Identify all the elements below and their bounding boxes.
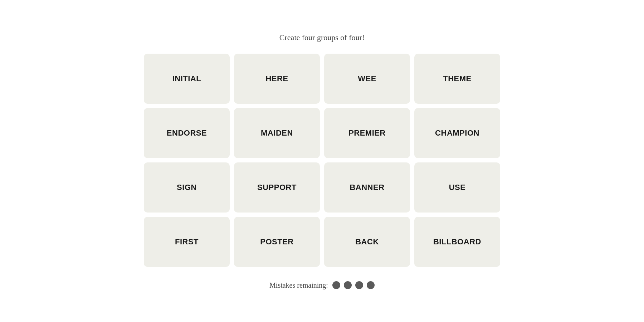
tile-banner[interactable]: BANNER — [324, 162, 410, 213]
tile-billboard[interactable]: BILLBOARD — [414, 217, 500, 267]
tile-first[interactable]: FIRST — [144, 217, 230, 267]
page-container: Create four groups of four! INITIALHEREW… — [125, 33, 519, 289]
tile-use[interactable]: USE — [414, 162, 500, 213]
tile-support-label: SUPPORT — [257, 183, 297, 192]
mistakes-row: Mistakes remaining: — [269, 281, 375, 289]
tile-theme[interactable]: THEME — [414, 54, 500, 104]
tile-here[interactable]: HERE — [234, 54, 320, 104]
mistake-dot-3 — [355, 281, 363, 289]
tile-maiden[interactable]: MAIDEN — [234, 108, 320, 158]
tile-sign[interactable]: SIGN — [144, 162, 230, 213]
tile-poster-label: POSTER — [260, 237, 293, 247]
tile-here-label: HERE — [265, 74, 288, 83]
tile-wee[interactable]: WEE — [324, 54, 410, 104]
tile-poster[interactable]: POSTER — [234, 217, 320, 267]
tile-champion-label: CHAMPION — [435, 128, 479, 138]
mistakes-label: Mistakes remaining: — [269, 281, 328, 289]
tile-champion[interactable]: CHAMPION — [414, 108, 500, 158]
tile-wee-label: WEE — [358, 74, 376, 83]
mistakes-dots — [332, 281, 375, 289]
tile-premier[interactable]: PREMIER — [324, 108, 410, 158]
tile-use-label: USE — [449, 183, 466, 192]
tile-billboard-label: BILLBOARD — [433, 237, 481, 247]
tile-theme-label: THEME — [443, 74, 472, 83]
tile-endorse-label: ENDORSE — [167, 128, 207, 138]
game-subtitle: Create four groups of four! — [279, 33, 365, 42]
tile-back[interactable]: BACK — [324, 217, 410, 267]
tile-first-label: FIRST — [175, 237, 199, 247]
tile-banner-label: BANNER — [350, 183, 384, 192]
mistake-dot-2 — [344, 281, 352, 289]
mistake-dot-1 — [332, 281, 340, 289]
tile-maiden-label: MAIDEN — [261, 128, 293, 138]
mistake-dot-4 — [367, 281, 375, 289]
tile-initial-label: INITIAL — [172, 74, 201, 83]
tile-initial[interactable]: INITIAL — [144, 54, 230, 104]
word-grid: INITIALHEREWEETHEMEENDORSEMAIDENPREMIERC… — [144, 54, 500, 267]
tile-endorse[interactable]: ENDORSE — [144, 108, 230, 158]
tile-premier-label: PREMIER — [348, 128, 386, 138]
tile-sign-label: SIGN — [177, 183, 197, 192]
tile-back-label: BACK — [355, 237, 379, 247]
tile-support[interactable]: SUPPORT — [234, 162, 320, 213]
